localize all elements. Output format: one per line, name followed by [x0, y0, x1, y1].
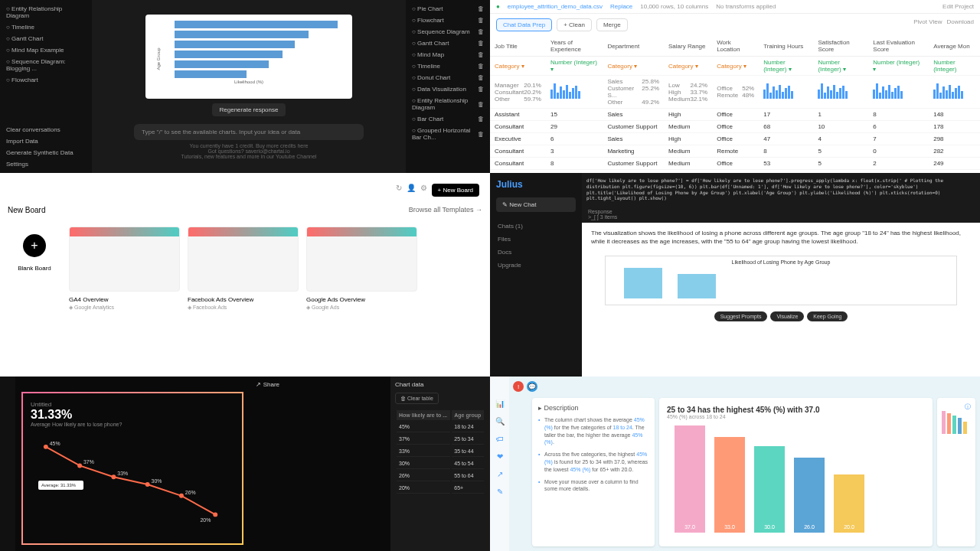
regenerate-button[interactable]: Regenerate response: [212, 103, 286, 116]
chart-type-item[interactable]: ○ Mind Map 🗑: [409, 49, 487, 60]
plus-icon: +: [23, 234, 46, 257]
table-row[interactable]: Assistant15SalesHighOffice1718148: [490, 109, 980, 121]
description-title: ▸ Description: [538, 404, 648, 412]
chart-icon[interactable]: 📊: [495, 399, 505, 408]
template-card[interactable]: GA4 Overview◈ Google Analytics: [69, 227, 180, 311]
search-icon[interactable]: 🔍: [495, 417, 505, 425]
right-sidebar: ○ Pie Chart 🗑○ Flowchart 🗑○ Sequence Dia…: [406, 0, 490, 173]
column-bar[interactable]: 30.0: [754, 446, 785, 533]
svg-text:33%: 33%: [117, 471, 128, 476]
column-header[interactable]: Satisfaction Score: [813, 36, 868, 57]
nav-item[interactable]: Upgrade: [496, 259, 576, 272]
column-chart-card: 25 to 34 has the highest 45% (%) with 37…: [659, 398, 933, 546]
heart-icon[interactable]: ❤: [497, 452, 503, 461]
prompt-input[interactable]: Type "/" to see the available charts. In…: [134, 124, 364, 140]
table-row[interactable]: Consultant29Customer SupportMediumOffice…: [490, 121, 980, 133]
chart-type-item[interactable]: ○ Flowchart 🗑: [409, 15, 487, 26]
sidebar-item[interactable]: ○ Sequence Diagram: Blogging ...: [3, 56, 89, 74]
sidebar-item[interactable]: ○ Entity Relationship Diagram: [3, 3, 89, 21]
table-row[interactable]: Consultant8Customer SupportMediumOffice5…: [490, 158, 980, 170]
column-header[interactable]: Department: [603, 36, 664, 57]
clean-button[interactable]: + Clean: [557, 18, 592, 31]
template-card[interactable]: Google Ads Overview◈ Google Ads: [306, 227, 417, 311]
column-header[interactable]: Last Evaluation Score: [868, 36, 929, 57]
edit-project-link[interactable]: Edit Project: [942, 3, 974, 10]
clear-table-button[interactable]: 🗑 Clear table: [395, 393, 439, 404]
sidebar-item[interactable]: ○ Timeline: [3, 21, 89, 33]
chart-type-item[interactable]: ○ Entity Relationship Diagram 🗑: [409, 95, 487, 113]
bar: [175, 60, 269, 68]
error-icon[interactable]: !: [513, 381, 524, 392]
column-bar[interactable]: 26.0: [794, 458, 825, 533]
share-button[interactable]: ↗ Share: [256, 381, 279, 388]
merge-button[interactable]: Merge: [596, 18, 628, 31]
julius-logo: Julius: [496, 179, 576, 190]
replace-link[interactable]: Replace: [610, 3, 632, 10]
table-row[interactable]: 20%65+: [397, 483, 484, 494]
chart-type-item[interactable]: ○ Gantt Chart 🗑: [409, 37, 487, 49]
column-header[interactable]: Work Location: [712, 36, 759, 57]
tag-icon[interactable]: 🏷: [496, 435, 504, 443]
column-bar[interactable]: 37.0: [675, 425, 705, 533]
sidebar-action[interactable]: Generate Synthetic Data: [3, 147, 77, 158]
chart-type-item[interactable]: ○ Donut Chart 🗑: [409, 72, 487, 83]
action-button[interactable]: Suggest Prompts: [714, 311, 768, 321]
info-icon[interactable]: 💬: [527, 381, 537, 392]
new-board-button[interactable]: + New Board: [432, 184, 479, 197]
metric-value: 31.33%: [31, 408, 234, 422]
chat-data-prep-button[interactable]: Chat Data Prep: [496, 18, 552, 31]
column-header[interactable]: Training Hours: [759, 36, 813, 57]
bar: [175, 51, 283, 58]
file-header: ● employee_attrition_demo_data.csv Repla…: [490, 0, 980, 14]
nav-item[interactable]: Docs: [496, 246, 576, 259]
action-button[interactable]: Keep Going: [807, 311, 848, 321]
gear-icon[interactable]: ⚙: [420, 184, 427, 197]
julius-main: df['How likely are to lose phone?'] = df…: [582, 173, 980, 377]
share-icon[interactable]: ↗: [497, 470, 503, 478]
table-row[interactable]: 26%55 to 64: [397, 471, 484, 481]
sidebar-item[interactable]: ○ Mind Map Example: [3, 44, 89, 56]
chart-title: 25 to 34 has the highest 45% (%) with 37…: [667, 406, 925, 414]
chart-type-item[interactable]: ○ Grouped Horizontal Bar Ch... 🗑: [409, 125, 487, 143]
user-icon[interactable]: 👤: [407, 184, 416, 197]
edit-icon[interactable]: ✎: [497, 487, 503, 496]
sidebar-item[interactable]: ○ Gantt Chart: [3, 33, 89, 44]
sidebar-action[interactable]: Import Data: [3, 135, 77, 147]
nav-item[interactable]: Chats (1): [496, 220, 576, 233]
chartai-panel: ○ Entity Relationship Diagram○ Timeline○…: [0, 0, 490, 173]
browse-templates-link[interactable]: Browse all Templates →: [409, 206, 482, 214]
chart-type-item[interactable]: ○ Pie Chart 🗑: [409, 3, 487, 15]
pivot-view-link[interactable]: Pivot View: [913, 18, 942, 31]
template-card[interactable]: Facebook Ads Overview◈ Facebook Ads: [188, 227, 299, 311]
chart-type-item[interactable]: ○ Sequence Diagram 🗑: [409, 26, 487, 37]
table-row[interactable]: 45%18 to 24: [397, 422, 484, 432]
table-row[interactable]: Executive6SalesHighOffice4747298: [490, 133, 980, 145]
column-header[interactable]: Average Mon: [929, 36, 980, 57]
download-link[interactable]: Download: [946, 18, 974, 31]
svg-text:26%: 26%: [185, 490, 196, 495]
table-row[interactable]: 33%35 to 44: [397, 446, 484, 457]
mini-chart-card[interactable]: ⓘ: [937, 398, 975, 546]
refresh-icon[interactable]: ↻: [396, 184, 402, 197]
chat-main: Age Group Likelihood (%) Regenerate resp…: [92, 0, 406, 173]
column-bar[interactable]: 33.0: [714, 437, 745, 533]
chart-type-item[interactable]: ○ Data Visualization 🗑: [409, 83, 487, 95]
table-row[interactable]: Consultant3MarketingMediumRemote850282: [490, 145, 980, 158]
svg-text:45%: 45%: [50, 441, 60, 446]
column-header[interactable]: Years of Experience: [546, 36, 603, 57]
table-row[interactable]: 30%45 to 54: [397, 458, 484, 469]
blank-board-card[interactable]: + Blank Board: [8, 227, 61, 311]
action-button[interactable]: Visualize: [770, 311, 804, 321]
column-header[interactable]: Salary Range: [664, 36, 712, 57]
chart-type-item[interactable]: ○ Timeline 🗑: [409, 60, 487, 72]
new-chat-button[interactable]: ✎ New Chat: [496, 197, 576, 212]
sidebar-action[interactable]: Settings: [3, 158, 77, 170]
column-header[interactable]: Job Title: [490, 36, 546, 57]
column-bar[interactable]: 20.0: [834, 474, 864, 533]
file-name: employee_attrition_demo_data.csv: [508, 3, 603, 10]
table-row[interactable]: 37%25 to 34: [397, 434, 484, 445]
sidebar-item[interactable]: ○ Flowchart: [3, 74, 89, 86]
chart-type-item[interactable]: ○ Bar Chart 🗑: [409, 113, 487, 125]
sidebar-action[interactable]: Clear conversations: [3, 124, 77, 135]
nav-item[interactable]: Files: [496, 233, 576, 246]
